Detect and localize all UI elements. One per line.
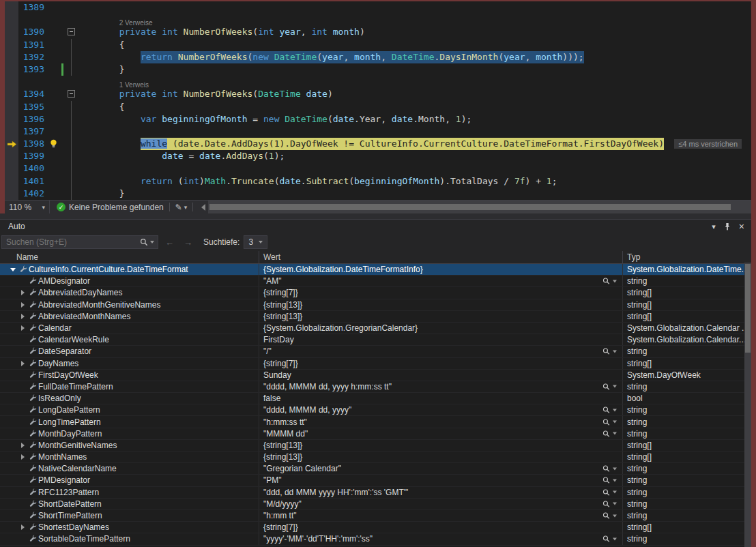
magnifier-icon[interactable]: [602, 383, 610, 390]
breakpoint-margin[interactable]: [5, 138, 18, 150]
variable-row[interactable]: SortableDateTimePattern"yyyy'-'MM'-'dd'T…: [0, 533, 751, 545]
value-cell[interactable]: {string[7]}: [259, 287, 623, 298]
outline-margin[interactable]: [66, 188, 76, 200]
value-cell[interactable]: {string[13]}: [259, 440, 623, 451]
magnifier-icon[interactable]: [602, 512, 610, 520]
pen-icon[interactable]: [175, 203, 182, 212]
expander-icon[interactable]: [18, 290, 27, 295]
breakpoint-margin[interactable]: [5, 162, 18, 175]
magnifier-dropdown-icon[interactable]: [613, 409, 617, 411]
expander-icon[interactable]: [8, 268, 18, 271]
variable-row[interactable]: AbbreviatedMonthNames{string[13]}string[…: [0, 311, 751, 323]
variable-row[interactable]: MonthNames{string[13]}string[]: [0, 452, 751, 463]
magnifier-dropdown-icon[interactable]: [613, 537, 617, 540]
outline-margin[interactable]: [66, 101, 76, 113]
fold-collapse-icon[interactable]: [68, 28, 75, 35]
expander-icon[interactable]: [18, 325, 27, 331]
variable-row[interactable]: PMDesignator"PM"string: [0, 475, 751, 486]
breakpoint-margin[interactable]: [5, 113, 18, 125]
variable-row[interactable]: CultureInfo.CurrentCulture.DateTimeForma…: [0, 264, 751, 276]
magnifier-group[interactable]: [602, 512, 617, 520]
variable-row[interactable]: MonthGenitiveNames{string[13]}string[]: [0, 440, 751, 452]
outline-margin[interactable]: [66, 150, 76, 162]
code-text[interactable]: }: [76, 188, 751, 200]
no-problems-check-icon[interactable]: [57, 203, 66, 211]
value-cell[interactable]: {string[7]}: [259, 522, 623, 533]
breakpoint-margin[interactable]: [5, 188, 18, 200]
magnifier-group[interactable]: [602, 383, 617, 390]
search-forward-icon[interactable]: →: [181, 237, 195, 248]
magnifier-dropdown-icon[interactable]: [613, 350, 617, 353]
expander-icon[interactable]: [18, 524, 27, 530]
value-cell[interactable]: false: [259, 393, 623, 404]
window-position-icon[interactable]: ▾: [712, 222, 716, 231]
value-cell[interactable]: "MMMM dd": [259, 428, 623, 439]
outline-margin[interactable]: [66, 113, 76, 125]
autos-variable-list[interactable]: CultureInfo.CurrentCulture.DateTimeForma…: [0, 264, 751, 547]
value-cell[interactable]: "/": [259, 346, 623, 357]
magnifier-icon[interactable]: [602, 465, 610, 473]
outline-margin[interactable]: [66, 63, 76, 76]
magnifier-dropdown-icon[interactable]: [613, 467, 617, 470]
value-cell[interactable]: "ddd, dd MMM yyyy HH':'mm':'ss 'GMT'": [259, 487, 623, 498]
code-text[interactable]: var beginningOfMonth = new DateTime(date…: [76, 113, 751, 125]
magnifier-dropdown-icon[interactable]: [613, 503, 617, 505]
expander-icon[interactable]: [18, 443, 27, 448]
search-back-icon[interactable]: ←: [162, 237, 177, 248]
magnifier-icon[interactable]: [602, 418, 610, 426]
variable-row[interactable]: NativeCalendarName"Gregorian Calendar"st…: [0, 463, 751, 475]
code-text[interactable]: [76, 1, 751, 14]
value-cell[interactable]: {string[7]}: [259, 358, 623, 369]
search-icon[interactable]: [140, 238, 148, 246]
value-cell[interactable]: {System.Globalization.GregorianCalendar}: [259, 323, 623, 334]
outline-margin[interactable]: [66, 51, 76, 63]
variable-row[interactable]: CalendarWeekRuleFirstDaySystem.Globaliza…: [0, 334, 751, 346]
magnifier-dropdown-icon[interactable]: [613, 432, 617, 435]
magnifier-group[interactable]: [602, 406, 617, 414]
magnifier-dropdown-icon[interactable]: [613, 514, 617, 517]
code-text[interactable]: return (int)Math.Truncate(date.Subtract(…: [76, 175, 751, 188]
value-cell[interactable]: "M/d/yyyy": [259, 499, 623, 509]
code-text[interactable]: {: [76, 39, 751, 51]
code-text[interactable]: while (date.Date.AddDays(1).DayOfWeek !=…: [76, 138, 751, 150]
search-box[interactable]: [1, 235, 158, 249]
magnifier-group[interactable]: [602, 418, 617, 426]
outline-margin[interactable]: [66, 162, 76, 175]
value-cell[interactable]: {string[13]}: [259, 311, 623, 322]
variable-row[interactable]: Calendar{System.Globalization.GregorianC…: [0, 323, 751, 334]
magnifier-icon[interactable]: [602, 348, 610, 355]
panel-splitter[interactable]: [0, 213, 756, 219]
vertical-scrollbar-thumb[interactable]: [745, 264, 751, 353]
magnifier-group[interactable]: [602, 348, 617, 355]
pin-icon[interactable]: [724, 222, 731, 231]
value-cell[interactable]: {string[13]}: [259, 452, 623, 462]
magnifier-dropdown-icon[interactable]: [613, 421, 617, 424]
variable-row[interactable]: IsReadOnlyfalsebool: [0, 393, 751, 404]
variable-row[interactable]: RFC1123Pattern"ddd, dd MMM yyyy HH':'mm'…: [0, 487, 751, 499]
magnifier-group[interactable]: [602, 500, 617, 507]
fold-collapse-icon[interactable]: [68, 90, 75, 98]
breakpoint-margin[interactable]: [5, 63, 18, 76]
horizontal-scrollbar[interactable]: [208, 201, 751, 213]
variable-row[interactable]: ShortestDayNames{string[7]}string[]: [0, 522, 751, 533]
lightbulb-icon[interactable]: [50, 139, 57, 149]
breakpoint-margin[interactable]: [5, 51, 18, 63]
breakpoint-margin[interactable]: [5, 88, 18, 100]
value-cell[interactable]: Sunday: [259, 370, 623, 381]
magnifier-group[interactable]: [602, 465, 617, 473]
magnifier-dropdown-icon[interactable]: [613, 280, 617, 282]
outline-margin[interactable]: [66, 39, 76, 51]
outline-margin[interactable]: [66, 88, 76, 100]
variable-row[interactable]: ShortDatePattern"M/d/yyyy"string: [0, 499, 751, 510]
value-cell[interactable]: "h:mm:ss tt": [259, 416, 623, 427]
breakpoint-margin[interactable]: [5, 14, 18, 26]
breakpoint-margin[interactable]: [5, 101, 18, 113]
value-cell[interactable]: "yyyy'-'MM'-'dd'T'HH':'mm':'ss": [259, 533, 623, 544]
code-text[interactable]: }: [76, 63, 751, 76]
search-depth-select[interactable]: 3: [244, 235, 267, 249]
code-text[interactable]: private int NumberOfWeeks(DateTime date): [76, 88, 751, 100]
code-text[interactable]: [76, 125, 751, 138]
zoom-select[interactable]: 110 % ▾: [5, 201, 50, 213]
code-text[interactable]: private int NumberOfWeeks(int year, int …: [76, 26, 751, 38]
magnifier-icon[interactable]: [602, 500, 610, 507]
